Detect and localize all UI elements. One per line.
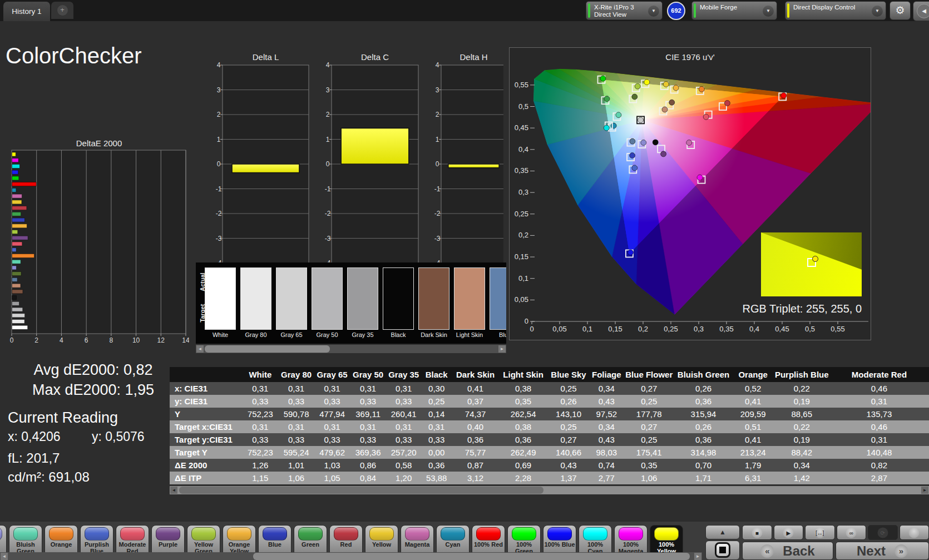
chevron-left-icon: ◀: [917, 4, 929, 18]
column-header-gray-80: Gray 80: [278, 367, 314, 382]
table-cell: 0,33: [242, 395, 278, 408]
de2000-bar-gray-65: [12, 314, 25, 318]
table-scrollbar[interactable]: ◄ ►: [170, 486, 929, 494]
stop-button[interactable]: ■: [742, 525, 772, 540]
cie-measured-bluish-green: [616, 112, 621, 118]
svg-text:0,35: 0,35: [719, 325, 733, 333]
up-arrow-icon: ▲: [719, 528, 726, 536]
cie-measured-cyan: [611, 123, 616, 128]
pattern-window-button[interactable]: [705, 541, 740, 560]
svg-text:0,25: 0,25: [515, 210, 528, 218]
scroll-left-icon[interactable]: ◄: [196, 345, 204, 353]
swatch-scrollbar[interactable]: ◄ ►: [196, 345, 506, 353]
scroll-left-icon[interactable]: ◄: [170, 487, 177, 494]
row-label: ΔE ITP: [170, 472, 242, 484]
settings-button[interactable]: ⚙: [890, 1, 911, 20]
pattern-source-dropdown[interactable]: Mobile Forge ▼: [691, 1, 777, 20]
table-cell: 590,78: [278, 408, 314, 420]
scroll-thumb[interactable]: [205, 345, 330, 353]
pattern-range-button[interactable]: [↔]: [805, 525, 835, 540]
table-cell: 595,24: [278, 446, 314, 459]
patch-color-chip: [619, 527, 643, 541]
record-button[interactable]: [900, 525, 929, 540]
de2000-bar-white: [12, 325, 28, 329]
table-cell: 0,27: [547, 433, 590, 446]
patch-swatch-dark-skin: Dark Skin: [418, 267, 449, 338]
patch-swatch-gray-65: Gray 65: [276, 267, 307, 338]
table-cell: 2,77: [590, 472, 623, 484]
table-cell: 479,62: [314, 446, 350, 459]
table-cell: 1,05: [314, 472, 350, 484]
tab-history-1[interactable]: History 1: [3, 2, 50, 21]
table-row-target-y-cie31: Target y:CIE310,330,330,330,330,330,330,…: [170, 433, 929, 446]
row-label: x: CIE31: [170, 382, 242, 395]
gear-icon: ⚙: [895, 4, 905, 16]
scroll-left-icon[interactable]: ◄: [1, 553, 8, 560]
de2000-bar-dark-skin: [12, 290, 23, 294]
table-cell: 88,42: [774, 446, 829, 459]
cie-measured-green: [604, 96, 610, 102]
table-cell: 0,22: [774, 420, 829, 433]
loop-button[interactable]: ∞: [837, 525, 867, 540]
patch-button-label: Purple: [152, 541, 184, 548]
column-header-blue-sky: Blue Sky: [547, 367, 590, 382]
scroll-right-icon[interactable]: ►: [498, 345, 506, 353]
table-cell: 2,87: [829, 472, 929, 484]
table-cell: 98,03: [590, 446, 623, 459]
table-cell: 0,31: [829, 395, 929, 408]
table-cell: 0,27: [623, 382, 675, 395]
refresh-icon: ⟳: [877, 527, 888, 538]
table-cell: 0,33: [278, 433, 314, 446]
table-cell: 1,15: [242, 472, 278, 484]
table-cell: 0,31: [242, 382, 278, 395]
table-row--e-itp: ΔE ITP1,151,061,050,841,2053,883,122,281…: [170, 472, 929, 484]
svg-text:4: 4: [217, 61, 221, 69]
table-cell: 135,73: [829, 408, 929, 420]
patch-swatch-black: Black: [383, 267, 414, 338]
column-header-gray-65: Gray 65: [314, 367, 350, 382]
table-cell: 1,06: [278, 472, 314, 484]
svg-text:1: 1: [217, 136, 221, 143]
add-tab-button[interactable]: +: [51, 2, 73, 19]
table-cell: 97,52: [590, 408, 623, 420]
patch-list-up-button[interactable]: ▲: [705, 525, 740, 539]
svg-text:0,45: 0,45: [775, 325, 789, 333]
column-header-bluish-green: Bluish Green: [675, 367, 732, 382]
scroll-right-icon[interactable]: ►: [694, 553, 701, 560]
patch-button-label: 100% Red: [472, 541, 505, 548]
collapse-panel-button[interactable]: ◀: [913, 1, 929, 21]
de2000-bar-gray-50: [12, 308, 23, 311]
play-button[interactable]: ▶: [774, 525, 804, 540]
preview-measured-marker: [812, 256, 818, 262]
cie-measured-light-skin: [662, 107, 668, 112]
svg-text:3: 3: [217, 86, 221, 94]
svg-text:0: 0: [436, 160, 439, 168]
scroll-thumb[interactable]: [179, 487, 543, 494]
table-cell: 0,86: [350, 459, 386, 472]
table-cell: 0,30: [422, 382, 452, 395]
next-button[interactable]: Next »: [836, 542, 929, 560]
meter-dropdown[interactable]: X-Rite i1Pro 3 Direct View ▼: [586, 1, 663, 20]
refresh-button[interactable]: ⟳: [868, 525, 898, 540]
table-cell: 0,26: [547, 395, 590, 408]
back-button[interactable]: « Back: [742, 542, 833, 560]
table-cell: 0,36: [452, 433, 500, 446]
table-row-target-y: Target Y752,23595,24479,62369,36257,200,…: [170, 446, 929, 459]
svg-text:3: 3: [436, 86, 439, 94]
workflow-name: Direct Display Control: [793, 4, 855, 11]
scroll-right-icon[interactable]: ►: [921, 487, 928, 494]
table-cell: 0,25: [547, 382, 590, 395]
page-title: ColorChecker: [6, 43, 142, 68]
table-cell: 88,65: [774, 408, 829, 420]
svg-text:0,5: 0,5: [518, 102, 528, 111]
workflow-dropdown[interactable]: Direct Display Control ▼: [785, 1, 886, 20]
chevron-down-icon: ▼: [763, 6, 774, 17]
table-corner-cell: [170, 367, 242, 382]
de2000-bar-light-skin: [12, 284, 21, 288]
toolbar-scrollbar[interactable]: ◄ ►: [0, 552, 702, 560]
current-reading-label: Current Reading: [8, 409, 118, 427]
table-cell: 0,36: [422, 459, 452, 472]
scroll-thumb[interactable]: [253, 553, 690, 560]
table-cell: 75,77: [452, 446, 500, 459]
patch-swatch-light-skin: Light Skin: [454, 267, 485, 338]
